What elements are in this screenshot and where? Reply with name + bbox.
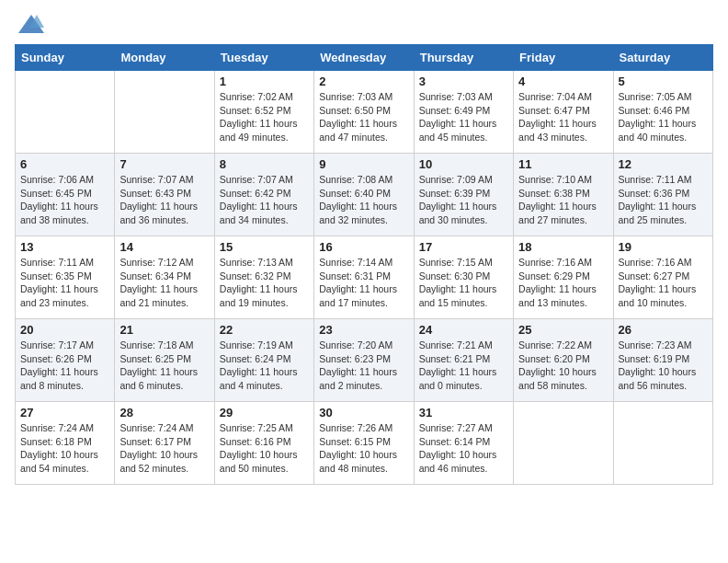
day-info: Sunrise: 7:11 AM Sunset: 6:35 PM Dayligh… <box>20 256 109 310</box>
day-number: 8 <box>220 157 309 171</box>
calendar-cell: 10Sunrise: 7:09 AM Sunset: 6:39 PM Dayli… <box>414 154 513 236</box>
logo <box>15 15 44 33</box>
day-number: 3 <box>419 75 508 88</box>
day-info: Sunrise: 7:14 AM Sunset: 6:31 PM Dayligh… <box>319 256 408 310</box>
day-info: Sunrise: 7:03 AM Sunset: 6:49 PM Dayligh… <box>419 90 508 144</box>
logo-icon <box>18 15 44 33</box>
day-info: Sunrise: 7:11 AM Sunset: 6:36 PM Dayligh… <box>619 173 708 227</box>
day-info: Sunrise: 7:02 AM Sunset: 6:52 PM Dayligh… <box>220 90 309 144</box>
calendar-cell: 25Sunrise: 7:22 AM Sunset: 6:20 PM Dayli… <box>514 319 613 402</box>
calendar-cell: 5Sunrise: 7:05 AM Sunset: 6:46 PM Daylig… <box>613 71 712 154</box>
day-number: 27 <box>20 406 109 419</box>
calendar-week-row: 20Sunrise: 7:17 AM Sunset: 6:26 PM Dayli… <box>16 319 713 402</box>
day-number: 4 <box>518 75 608 88</box>
day-number: 17 <box>419 240 508 254</box>
day-number: 23 <box>319 323 408 337</box>
calendar-cell: 6Sunrise: 7:06 AM Sunset: 6:45 PM Daylig… <box>16 154 115 236</box>
day-info: Sunrise: 7:26 AM Sunset: 6:15 PM Dayligh… <box>319 421 408 476</box>
day-number: 28 <box>119 406 209 419</box>
calendar-cell: 15Sunrise: 7:13 AM Sunset: 6:32 PM Dayli… <box>214 236 313 319</box>
calendar-cell: 29Sunrise: 7:25 AM Sunset: 6:16 PM Dayli… <box>214 402 313 485</box>
day-number: 18 <box>518 240 608 254</box>
calendar-cell: 31Sunrise: 7:27 AM Sunset: 6:14 PM Dayli… <box>414 402 513 485</box>
day-info: Sunrise: 7:06 AM Sunset: 6:45 PM Dayligh… <box>20 173 109 227</box>
day-number: 22 <box>220 323 309 337</box>
calendar-cell: 13Sunrise: 7:11 AM Sunset: 6:35 PM Dayli… <box>16 236 115 319</box>
calendar-cell: 26Sunrise: 7:23 AM Sunset: 6:19 PM Dayli… <box>613 319 712 402</box>
day-info: Sunrise: 7:13 AM Sunset: 6:32 PM Dayligh… <box>220 256 309 310</box>
calendar-cell <box>16 71 115 154</box>
day-info: Sunrise: 7:05 AM Sunset: 6:46 PM Dayligh… <box>619 90 708 144</box>
calendar-cell: 9Sunrise: 7:08 AM Sunset: 6:40 PM Daylig… <box>314 154 414 236</box>
day-number: 5 <box>619 75 708 88</box>
calendar-cell: 20Sunrise: 7:17 AM Sunset: 6:26 PM Dayli… <box>16 319 115 402</box>
day-number: 29 <box>220 406 309 419</box>
day-number: 31 <box>419 406 508 419</box>
day-info: Sunrise: 7:04 AM Sunset: 6:47 PM Dayligh… <box>518 90 608 144</box>
day-info: Sunrise: 7:09 AM Sunset: 6:39 PM Dayligh… <box>419 173 508 227</box>
calendar-cell: 30Sunrise: 7:26 AM Sunset: 6:15 PM Dayli… <box>314 402 414 485</box>
page-header <box>15 15 713 33</box>
calendar-cell: 28Sunrise: 7:24 AM Sunset: 6:17 PM Dayli… <box>115 402 214 485</box>
day-number: 20 <box>20 323 109 337</box>
day-of-week-header: Thursday <box>414 45 513 71</box>
day-number: 1 <box>220 75 309 88</box>
day-number: 30 <box>319 406 408 419</box>
day-info: Sunrise: 7:24 AM Sunset: 6:18 PM Dayligh… <box>20 421 109 476</box>
day-of-week-header: Tuesday <box>214 45 313 71</box>
calendar-week-row: 27Sunrise: 7:24 AM Sunset: 6:18 PM Dayli… <box>16 402 713 485</box>
day-number: 19 <box>619 240 708 254</box>
day-number: 2 <box>319 75 408 88</box>
calendar-cell: 16Sunrise: 7:14 AM Sunset: 6:31 PM Dayli… <box>314 236 414 319</box>
day-info: Sunrise: 7:18 AM Sunset: 6:25 PM Dayligh… <box>119 339 209 393</box>
day-info: Sunrise: 7:16 AM Sunset: 6:29 PM Dayligh… <box>518 256 608 310</box>
calendar-cell: 18Sunrise: 7:16 AM Sunset: 6:29 PM Dayli… <box>514 236 613 319</box>
day-of-week-header: Sunday <box>16 45 115 71</box>
day-number: 13 <box>20 240 109 254</box>
calendar-cell: 27Sunrise: 7:24 AM Sunset: 6:18 PM Dayli… <box>16 402 115 485</box>
day-info: Sunrise: 7:17 AM Sunset: 6:26 PM Dayligh… <box>20 339 109 393</box>
day-number: 24 <box>419 323 508 337</box>
calendar-cell: 19Sunrise: 7:16 AM Sunset: 6:27 PM Dayli… <box>613 236 712 319</box>
day-number: 14 <box>119 240 209 254</box>
calendar-cell: 23Sunrise: 7:20 AM Sunset: 6:23 PM Dayli… <box>314 319 414 402</box>
day-number: 15 <box>220 240 309 254</box>
day-of-week-header: Saturday <box>613 45 712 71</box>
day-number: 26 <box>619 323 708 337</box>
calendar-cell: 22Sunrise: 7:19 AM Sunset: 6:24 PM Dayli… <box>214 319 313 402</box>
day-info: Sunrise: 7:19 AM Sunset: 6:24 PM Dayligh… <box>220 339 309 393</box>
calendar-cell: 17Sunrise: 7:15 AM Sunset: 6:30 PM Dayli… <box>414 236 513 319</box>
day-number: 10 <box>419 157 508 171</box>
calendar-cell: 4Sunrise: 7:04 AM Sunset: 6:47 PM Daylig… <box>514 71 613 154</box>
day-info: Sunrise: 7:12 AM Sunset: 6:34 PM Dayligh… <box>119 256 209 310</box>
calendar-week-row: 1Sunrise: 7:02 AM Sunset: 6:52 PM Daylig… <box>16 71 713 154</box>
calendar-week-row: 13Sunrise: 7:11 AM Sunset: 6:35 PM Dayli… <box>16 236 713 319</box>
calendar-table: SundayMondayTuesdayWednesdayThursdayFrid… <box>15 44 713 485</box>
calendar-cell: 3Sunrise: 7:03 AM Sunset: 6:49 PM Daylig… <box>414 71 513 154</box>
day-of-week-header: Monday <box>115 45 214 71</box>
day-number: 21 <box>119 323 209 337</box>
calendar-cell: 24Sunrise: 7:21 AM Sunset: 6:21 PM Dayli… <box>414 319 513 402</box>
day-info: Sunrise: 7:07 AM Sunset: 6:43 PM Dayligh… <box>119 173 209 227</box>
day-info: Sunrise: 7:03 AM Sunset: 6:50 PM Dayligh… <box>319 90 408 144</box>
day-info: Sunrise: 7:21 AM Sunset: 6:21 PM Dayligh… <box>419 339 508 393</box>
calendar-cell: 1Sunrise: 7:02 AM Sunset: 6:52 PM Daylig… <box>214 71 313 154</box>
day-number: 11 <box>518 157 608 171</box>
day-number: 9 <box>319 157 408 171</box>
calendar-cell: 11Sunrise: 7:10 AM Sunset: 6:38 PM Dayli… <box>514 154 613 236</box>
day-info: Sunrise: 7:16 AM Sunset: 6:27 PM Dayligh… <box>619 256 708 310</box>
day-info: Sunrise: 7:15 AM Sunset: 6:30 PM Dayligh… <box>419 256 508 310</box>
calendar-cell: 21Sunrise: 7:18 AM Sunset: 6:25 PM Dayli… <box>115 319 214 402</box>
calendar-cell <box>613 402 712 485</box>
day-info: Sunrise: 7:10 AM Sunset: 6:38 PM Dayligh… <box>518 173 608 227</box>
day-info: Sunrise: 7:07 AM Sunset: 6:42 PM Dayligh… <box>220 173 309 227</box>
day-of-week-header: Friday <box>514 45 613 71</box>
calendar-cell: 7Sunrise: 7:07 AM Sunset: 6:43 PM Daylig… <box>115 154 214 236</box>
calendar-cell: 2Sunrise: 7:03 AM Sunset: 6:50 PM Daylig… <box>314 71 414 154</box>
day-of-week-header: Wednesday <box>314 45 414 71</box>
day-info: Sunrise: 7:25 AM Sunset: 6:16 PM Dayligh… <box>220 421 309 476</box>
day-number: 12 <box>619 157 708 171</box>
calendar-cell <box>115 71 214 154</box>
day-info: Sunrise: 7:27 AM Sunset: 6:14 PM Dayligh… <box>419 421 508 476</box>
calendar-cell: 12Sunrise: 7:11 AM Sunset: 6:36 PM Dayli… <box>613 154 712 236</box>
